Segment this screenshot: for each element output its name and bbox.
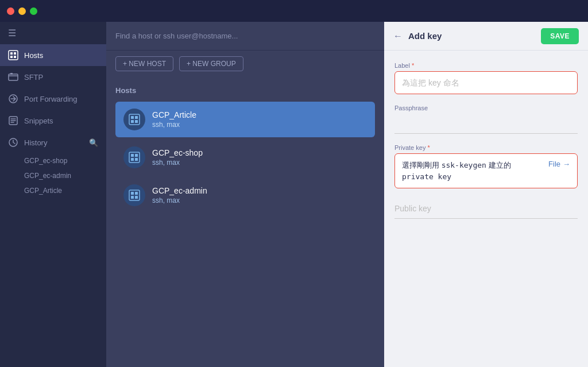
public-key-field-group: [394, 199, 578, 219]
search-input[interactable]: [115, 32, 375, 40]
passphrase-input[interactable]: [394, 119, 578, 128]
panel-title: Add key: [408, 31, 535, 41]
sidebar-nav: Hosts SFTP: [0, 44, 106, 367]
sidebar: ☰ Hosts: [0, 22, 106, 367]
host-sub-gcp-ec-shop: ssh, max: [152, 159, 367, 167]
svg-rect-23: [131, 196, 134, 199]
svg-rect-4: [14, 56, 16, 58]
private-key-mono2-text: private key: [402, 172, 451, 181]
toolbar: + NEW HOST + NEW GROUP: [106, 51, 384, 77]
svg-rect-5: [9, 74, 18, 80]
svg-rect-17: [135, 154, 138, 157]
private-key-field-group: Private key * 選擇剛剛用 ssk-keygen 建立的 priva…: [394, 144, 578, 188]
titlebar: [0, 0, 588, 22]
svg-rect-1: [10, 52, 13, 55]
public-key-input[interactable]: [394, 204, 578, 213]
search-icon[interactable]: 🔍: [89, 138, 98, 147]
private-key-mono-text: ssk-keygen: [442, 161, 486, 169]
private-key-field-label: Private key *: [394, 144, 578, 151]
svg-rect-16: [131, 154, 134, 157]
sidebar-label-sftp: SFTP: [24, 73, 43, 82]
host-name-gcp-ec-shop: GCP_ec-shop: [152, 148, 367, 157]
host-avatar-gcp-ec-shop: [123, 146, 145, 168]
svg-rect-19: [135, 158, 138, 161]
svg-rect-12: [135, 116, 138, 119]
sidebar-item-sftp[interactable]: SFTP: [0, 66, 106, 88]
svg-rect-13: [131, 120, 134, 123]
svg-rect-20: [129, 190, 140, 200]
sidebar-item-hosts[interactable]: Hosts: [0, 44, 106, 66]
sidebar-top: ☰: [0, 22, 106, 44]
host-sub-gcp-article: ssh, max: [152, 121, 367, 129]
host-name-gcp-article: GCP_Article: [152, 110, 367, 119]
sftp-icon: [8, 72, 18, 82]
panel-body: Label * Passphrase Private key *: [384, 51, 588, 230]
sidebar-subitem-gcp-ec-shop[interactable]: GCP_ec-shop: [0, 153, 106, 168]
svg-rect-21: [131, 192, 134, 195]
private-key-required-marker: *: [425, 144, 430, 151]
svg-rect-18: [131, 158, 134, 161]
right-panel: ← Add key SAVE Label * Passphrase: [384, 22, 588, 367]
svg-rect-2: [14, 52, 16, 55]
sidebar-subitem-gcp-ec-admin[interactable]: GCP_ec-admin: [0, 168, 106, 183]
traffic-lights: [7, 7, 37, 15]
save-button[interactable]: SAVE: [541, 28, 579, 44]
label-input[interactable]: [402, 78, 570, 87]
file-button[interactable]: File →: [548, 160, 570, 168]
close-button[interactable]: [7, 7, 14, 15]
sidebar-label-hosts: Hosts: [24, 51, 43, 60]
maximize-button[interactable]: [30, 7, 37, 15]
host-name-gcp-ec-admin: GCP_ec-admin: [152, 186, 367, 195]
label-field-box: [394, 71, 578, 94]
snippets-icon: [8, 115, 18, 126]
minimize-button[interactable]: [18, 7, 26, 15]
host-sub-gcp-ec-admin: ssh, max: [152, 196, 367, 204]
host-item-gcp-ec-shop[interactable]: GCP_ec-shop ssh, max: [115, 140, 375, 175]
svg-rect-11: [131, 116, 134, 119]
app-body: ☰ Hosts: [0, 22, 588, 367]
passphrase-field-line: [394, 114, 578, 134]
history-icon: [8, 137, 18, 148]
back-arrow-icon: ←: [393, 31, 403, 41]
label-field-group: Label *: [394, 62, 578, 94]
panel-header: ← Add key SAVE: [384, 22, 588, 51]
svg-rect-14: [135, 120, 138, 123]
passphrase-field-label: Passphrase: [394, 105, 578, 111]
label-field-label: Label *: [394, 62, 578, 69]
content-area: + NEW HOST + NEW GROUP Hosts GCP_: [106, 22, 384, 367]
private-key-inner: 選擇剛剛用 ssk-keygen 建立的 private key File →: [402, 160, 570, 182]
sidebar-item-history[interactable]: History 🔍: [0, 132, 106, 153]
hosts-content: Hosts GCP_Article ssh, max: [106, 77, 384, 367]
new-host-button[interactable]: + NEW HOST: [115, 56, 173, 71]
sidebar-subitem-gcp-article[interactable]: GCP_Article: [0, 183, 106, 198]
hosts-icon: [8, 50, 18, 60]
sidebar-item-port-forwarding[interactable]: Port Forwarding: [0, 88, 106, 110]
svg-rect-3: [10, 56, 13, 58]
hamburger-icon[interactable]: ☰: [8, 28, 16, 38]
host-info-gcp-article: GCP_Article ssh, max: [152, 110, 367, 129]
host-avatar-gcp-article: [123, 109, 145, 130]
hosts-section-title: Hosts: [115, 86, 375, 95]
public-key-field-line: [394, 199, 578, 219]
svg-rect-6: [10, 73, 13, 75]
svg-rect-15: [129, 152, 140, 163]
port-icon: [8, 94, 18, 104]
sidebar-item-snippets[interactable]: Snippets: [0, 110, 106, 132]
svg-rect-10: [129, 114, 140, 125]
host-info-gcp-ec-shop: GCP_ec-shop ssh, max: [152, 148, 367, 167]
back-button[interactable]: ←: [393, 31, 403, 41]
host-avatar-gcp-ec-admin: [123, 184, 145, 206]
host-item-gcp-article[interactable]: GCP_Article ssh, max: [115, 102, 375, 137]
passphrase-field-group: Passphrase: [394, 105, 578, 134]
svg-rect-24: [135, 196, 138, 199]
new-group-button[interactable]: + NEW GROUP: [179, 56, 243, 71]
host-info-gcp-ec-admin: GCP_ec-admin ssh, max: [152, 186, 367, 204]
sidebar-label-history: History: [24, 138, 47, 147]
sidebar-label-snippets: Snippets: [24, 117, 53, 125]
topbar: [106, 22, 384, 51]
file-label: File: [548, 160, 560, 168]
host-item-gcp-ec-admin[interactable]: GCP_ec-admin ssh, max: [115, 177, 375, 213]
sidebar-label-port: Port Forwarding: [24, 95, 77, 103]
svg-rect-0: [9, 51, 18, 60]
svg-rect-22: [135, 192, 138, 195]
